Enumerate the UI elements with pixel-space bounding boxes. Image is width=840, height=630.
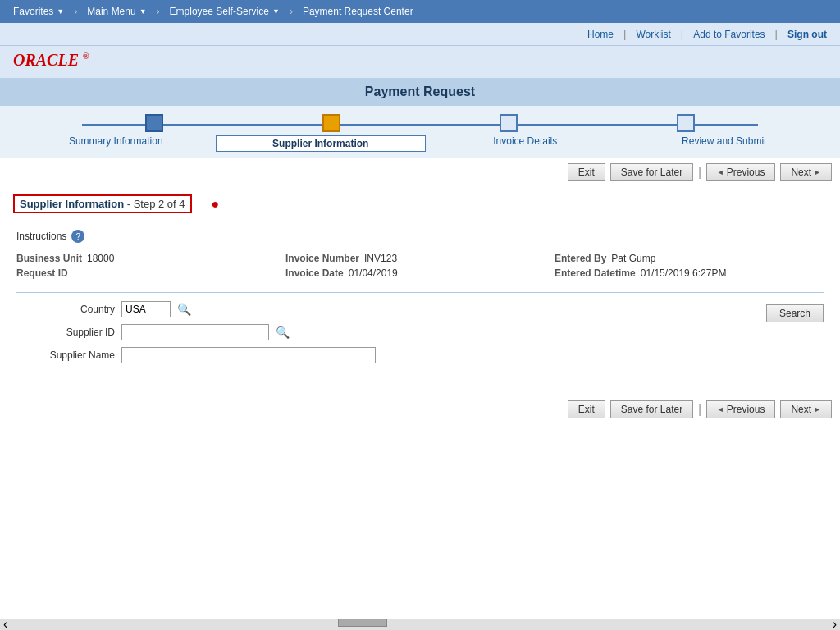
info-grid: Business Unit 18000 Invoice Number INV12…: [16, 253, 824, 279]
step-1-circle: [145, 114, 163, 132]
content-wrapper: Exit Save for Later | Previous Next Supp…: [0, 158, 840, 486]
country-input[interactable]: [121, 301, 171, 317]
supplier-name-label: Supplier Name: [16, 349, 115, 361]
entered-by-item: Entered By Pat Gump: [555, 253, 824, 264]
invoice-number-label: Invoice Number: [285, 253, 359, 264]
steps-bar: Summary Information Supplier Information…: [0, 106, 840, 158]
business-unit-value: 18000: [87, 253, 114, 264]
required-indicator: ●: [212, 197, 220, 212]
payment-request-center-link[interactable]: Payment Request Center: [298, 6, 418, 17]
invoice-number-item: Invoice Number INV123: [285, 253, 555, 264]
country-search-icon[interactable]: 🔍: [177, 303, 191, 316]
entered-datetime-item: Entered Datetime 01/15/2019 6:27PM: [555, 267, 824, 279]
step-3-label[interactable]: Invoice Details: [426, 135, 625, 152]
step-4-node[interactable]: [677, 114, 695, 132]
instructions-label: Instructions: [16, 231, 66, 242]
nav-arrow: ›: [69, 6, 82, 17]
entered-by-value: Pat Gump: [611, 253, 655, 264]
step-4-label[interactable]: Review and Submit: [625, 135, 824, 152]
save-for-later-button-bottom[interactable]: Save for Later: [610, 400, 693, 418]
oracle-logo: ORACLE ®: [13, 51, 89, 69]
help-icon[interactable]: ?: [71, 230, 84, 243]
page-title: Payment Request: [0, 78, 840, 106]
next-button-top[interactable]: Next: [780, 163, 832, 181]
supplier-fields: Country 🔍 Supplier ID 🔍 Supplier Name: [16, 301, 376, 370]
request-id-label: Request ID: [16, 267, 68, 279]
invoice-date-value: 01/04/2019: [349, 267, 398, 279]
previous-button-top[interactable]: Previous: [706, 163, 776, 181]
section-heading-title: Supplier Information: [20, 198, 124, 210]
exit-button-top[interactable]: Exit: [568, 163, 605, 181]
step-2-circle: [322, 114, 340, 132]
steps-track: [16, 114, 824, 132]
oracle-logo-area: ORACLE ®: [0, 46, 840, 78]
invoice-date-item: Invoice Date 01/04/2019: [285, 267, 555, 279]
exit-button-bottom[interactable]: Exit: [568, 400, 605, 418]
step-labels: Summary Information Supplier Information…: [16, 132, 824, 158]
business-unit-label: Business Unit: [16, 253, 82, 264]
section-heading: Supplier Information - Step 2 of 4: [13, 194, 192, 213]
step-2-node[interactable]: [322, 114, 340, 132]
supplier-id-label: Supplier ID: [16, 326, 115, 338]
country-label: Country: [16, 304, 115, 315]
entered-by-label: Entered By: [555, 253, 606, 264]
save-for-later-button-top[interactable]: Save for Later: [610, 163, 693, 181]
bottom-toolbar: Exit Save for Later | Previous Next: [0, 395, 840, 423]
top-toolbar: Exit Save for Later | Previous Next: [0, 158, 840, 186]
step-3-circle: [500, 114, 518, 132]
favorites-menu[interactable]: Favorites ▼: [8, 6, 69, 17]
form-area: Instructions ? Business Unit 18000 Invoi…: [0, 221, 840, 378]
step-3-node[interactable]: [500, 114, 518, 132]
sign-out-link[interactable]: Sign out: [788, 29, 827, 40]
step-1-node[interactable]: [145, 114, 163, 132]
add-to-favorites-link[interactable]: Add to Favorites: [693, 29, 765, 40]
nav-arrow3: ›: [285, 6, 298, 17]
previous-button-bottom[interactable]: Previous: [706, 400, 776, 418]
supplier-id-search-icon[interactable]: 🔍: [276, 326, 290, 339]
request-id-item: Request ID: [16, 267, 285, 279]
header-bar: Home | Worklist | Add to Favorites | Sig…: [0, 23, 840, 46]
main-menu[interactable]: Main Menu ▼: [82, 6, 151, 17]
search-button-area: Search: [766, 301, 824, 322]
supplier-id-row: Supplier ID 🔍: [16, 324, 376, 340]
supplier-name-row: Supplier Name: [16, 347, 376, 363]
step-1-label[interactable]: Summary Information: [16, 135, 216, 152]
supplier-name-input[interactable]: [121, 347, 376, 363]
business-unit-item: Business Unit 18000: [16, 253, 285, 264]
supplier-id-input[interactable]: [121, 324, 269, 340]
entered-datetime-value: 01/15/2019 6:27PM: [641, 267, 727, 279]
country-row: Country 🔍: [16, 301, 376, 317]
invoice-number-value: INV123: [364, 253, 397, 264]
top-navigation: Favorites ▼ › Main Menu ▼ › Employee Sel…: [0, 0, 840, 23]
worklist-link[interactable]: Worklist: [636, 29, 670, 40]
entered-datetime-label: Entered Datetime: [555, 267, 636, 279]
search-button[interactable]: Search: [766, 304, 824, 322]
nav-arrow2: ›: [152, 6, 165, 17]
employee-self-service-menu[interactable]: Employee Self-Service ▼: [165, 6, 285, 17]
instructions-row: Instructions ?: [16, 230, 824, 243]
step-4-circle: [677, 114, 695, 132]
next-button-bottom[interactable]: Next: [780, 400, 832, 418]
section-heading-row: Supplier Information - Step 2 of 4 ●: [0, 186, 840, 221]
step-2-label[interactable]: Supplier Information: [216, 135, 427, 152]
invoice-date-label: Invoice Date: [285, 267, 344, 279]
divider-1: [16, 292, 824, 293]
home-link[interactable]: Home: [587, 29, 614, 40]
section-step-info: - Step 2 of 4: [124, 198, 185, 210]
